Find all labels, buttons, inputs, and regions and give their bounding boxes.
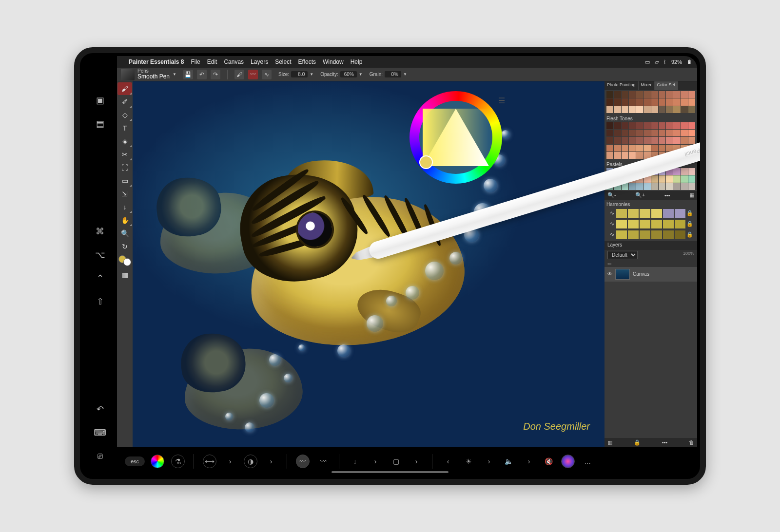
app-name[interactable]: Painter Essentials 8 bbox=[129, 58, 184, 65]
color-swatch[interactable] bbox=[681, 91, 688, 98]
color-swatch[interactable] bbox=[688, 183, 695, 190]
color-swatch[interactable] bbox=[666, 145, 673, 152]
color-swatch[interactable] bbox=[681, 152, 688, 159]
color-swatch[interactable] bbox=[666, 91, 673, 98]
color-swatch[interactable] bbox=[614, 145, 621, 152]
symmetry-icon[interactable]: ∿ bbox=[262, 70, 272, 79]
color-swatch[interactable] bbox=[614, 106, 621, 113]
color-swatch[interactable] bbox=[644, 137, 650, 144]
chevron-right-icon[interactable]: › bbox=[264, 455, 278, 468]
color-swatch[interactable] bbox=[644, 98, 650, 105]
size-adjust-icon[interactable]: ⟷ bbox=[203, 455, 216, 468]
color-swatch[interactable] bbox=[622, 130, 628, 136]
color-swatch[interactable] bbox=[688, 122, 695, 129]
color-swatch[interactable] bbox=[644, 122, 650, 129]
more-button[interactable]: … bbox=[581, 455, 594, 468]
siri-icon[interactable] bbox=[561, 455, 575, 468]
color-swatch[interactable] bbox=[651, 91, 658, 98]
dropper-tool[interactable]: ✐ bbox=[117, 95, 132, 108]
color-swatch[interactable] bbox=[606, 91, 613, 98]
color-swatch[interactable] bbox=[673, 145, 680, 152]
harmony-swatch[interactable] bbox=[616, 220, 627, 228]
color-swatch[interactable] bbox=[629, 106, 636, 113]
color-swatch[interactable] bbox=[659, 175, 665, 182]
color-swatch[interactable] bbox=[636, 152, 643, 159]
blend-mode-select[interactable]: Default bbox=[607, 251, 638, 259]
color-swatch[interactable] bbox=[688, 137, 695, 144]
color-swatch[interactable] bbox=[681, 175, 688, 182]
color-wheel[interactable]: ☰ bbox=[410, 91, 502, 184]
harmony-swatch[interactable] bbox=[640, 220, 650, 228]
lock-icon[interactable]: 🔒 bbox=[686, 221, 693, 227]
control-key-icon[interactable]: ⌃ bbox=[95, 273, 105, 284]
color-swatch[interactable] bbox=[644, 175, 650, 182]
harmony-swatch[interactable] bbox=[628, 230, 639, 239]
color-swatch[interactable] bbox=[644, 183, 650, 190]
color-swatch[interactable] bbox=[622, 137, 628, 144]
color-swatch[interactable] bbox=[622, 152, 628, 159]
harmony-swatch[interactable] bbox=[675, 220, 685, 228]
color-swatch[interactable] bbox=[606, 130, 613, 136]
swatch-grid[interactable] bbox=[606, 91, 695, 113]
color-swatch[interactable] bbox=[673, 137, 680, 144]
color-triangle[interactable] bbox=[423, 109, 489, 166]
color-swatch[interactable] bbox=[636, 175, 643, 182]
color-swatch[interactable] bbox=[666, 130, 673, 136]
zoom-out-icon[interactable]: 🔍- bbox=[607, 192, 616, 198]
color-swatch[interactable] bbox=[659, 91, 665, 98]
paint-bucket-tool[interactable]: ◇ bbox=[117, 109, 132, 121]
esc-button[interactable]: esc bbox=[125, 456, 145, 466]
color-swatch[interactable] bbox=[636, 183, 643, 190]
page-rotate-icon[interactable]: ▢ bbox=[389, 455, 403, 468]
swatch-grid[interactable] bbox=[606, 122, 695, 159]
color-swatch[interactable] bbox=[606, 106, 613, 113]
brightness-icon[interactable]: ☀ bbox=[462, 455, 475, 468]
color-swatch[interactable] bbox=[681, 106, 688, 113]
harmony-swatch[interactable] bbox=[651, 230, 662, 239]
color-swatch[interactable] bbox=[681, 130, 688, 136]
mirror-down-icon[interactable]: ↓ bbox=[348, 455, 362, 468]
color-swatch[interactable] bbox=[606, 183, 613, 190]
color-swatch[interactable] bbox=[688, 130, 695, 136]
color-swatch[interactable] bbox=[636, 91, 643, 98]
more-dots-icon[interactable]: ••• bbox=[664, 192, 670, 198]
color-swatch[interactable] bbox=[622, 183, 628, 190]
transform-tool[interactable]: ⛶ bbox=[117, 161, 132, 174]
color-swatch[interactable] bbox=[629, 98, 636, 105]
volume-icon[interactable]: 🔈 bbox=[502, 455, 515, 468]
color-swatch[interactable] bbox=[666, 183, 673, 190]
color-swatch[interactable] bbox=[681, 122, 688, 129]
color-swatch[interactable] bbox=[681, 98, 688, 105]
color-swatch[interactable] bbox=[651, 130, 658, 136]
color-swatch[interactable] bbox=[673, 175, 680, 182]
harmony-swatch[interactable] bbox=[675, 209, 685, 218]
color-swatch[interactable] bbox=[659, 145, 665, 152]
lock-icon[interactable]: 🔒 bbox=[686, 231, 693, 238]
harmony-link-icon[interactable]: ∿ bbox=[608, 231, 615, 238]
color-swatch[interactable] bbox=[644, 91, 650, 98]
color-swatch[interactable] bbox=[673, 168, 680, 175]
color-swatch[interactable] bbox=[651, 183, 658, 190]
color-swatch[interactable] bbox=[644, 106, 650, 113]
selection-tool[interactable]: ▭ bbox=[117, 174, 132, 187]
color-swatch[interactable] bbox=[688, 175, 695, 182]
color-swatch[interactable] bbox=[629, 168, 636, 175]
color-swatch[interactable] bbox=[688, 168, 695, 175]
color-swatch[interactable] bbox=[681, 168, 688, 175]
harmony-swatch[interactable] bbox=[651, 209, 662, 218]
color-swatch[interactable] bbox=[666, 152, 673, 159]
color-swatch[interactable] bbox=[673, 98, 680, 105]
menu-file[interactable]: File bbox=[191, 58, 200, 65]
harmony-swatch[interactable] bbox=[675, 230, 685, 239]
color-swatch[interactable] bbox=[651, 122, 658, 129]
fire-brush-icon[interactable]: 〰 bbox=[248, 70, 258, 79]
color-swatch[interactable] bbox=[629, 152, 636, 159]
harmony-swatch[interactable] bbox=[616, 209, 627, 218]
color-swatch[interactable] bbox=[651, 98, 658, 105]
harmony-swatch[interactable] bbox=[616, 230, 627, 239]
color-swatch[interactable] bbox=[614, 137, 621, 144]
menu-window[interactable]: Window bbox=[323, 58, 344, 65]
color-swatch[interactable] bbox=[636, 130, 643, 136]
color-swatch[interactable] bbox=[651, 145, 658, 152]
grid-view-icon[interactable]: ▦ bbox=[689, 192, 694, 198]
